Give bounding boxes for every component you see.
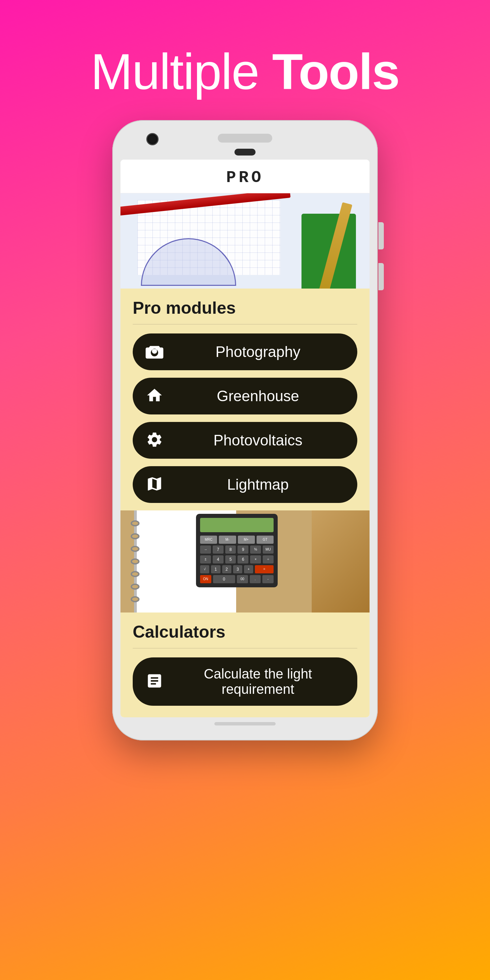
map-icon: [146, 475, 163, 494]
notebook-spiral: [130, 511, 143, 612]
calculators-section: Calculators Calculate the light requirem…: [121, 612, 369, 717]
calculators-section-image: MRC M- M+ GT → 7 8 9 % MU ±: [121, 511, 369, 612]
app-header-title: PRO: [226, 169, 264, 187]
lightmap-label: Lightmap: [172, 476, 344, 493]
phone-top-bar: [121, 128, 369, 146]
greenhouse-label: Greenhouse: [172, 388, 344, 404]
speaker-grille: [218, 134, 272, 143]
photography-button[interactable]: Photography: [133, 334, 357, 370]
side-button-2: [379, 263, 384, 290]
hero-title-regular: Multiple: [91, 43, 272, 100]
front-camera: [146, 133, 159, 145]
calculator-svg: [146, 672, 163, 690]
light-requirement-label: Calculate the light requirement: [172, 666, 344, 697]
calculators-title: Calculators: [133, 622, 357, 642]
phone-outer: PRO Pro modules: [112, 120, 378, 740]
home-button-area: [121, 146, 369, 159]
gear-svg: [146, 431, 163, 449]
home-indicator: [215, 722, 275, 725]
photography-label: Photography: [172, 343, 344, 360]
camera-svg: [146, 342, 163, 360]
app-header: PRO: [121, 159, 369, 193]
calculator-visual: MRC M- M+ GT → 7 8 9 % MU ±: [196, 514, 278, 587]
lightmap-button[interactable]: Lightmap: [133, 466, 357, 503]
hero-title-bold: Tools: [272, 43, 399, 100]
wood-texture: [312, 511, 369, 612]
phone-wrapper: PRO Pro modules: [112, 120, 378, 740]
light-requirement-button[interactable]: Calculate the light requirement: [133, 657, 357, 706]
hero-title: Multiple Tools: [0, 44, 490, 100]
map-svg: [146, 475, 163, 493]
hero-section: Multiple Tools: [0, 0, 490, 120]
calculators-divider: [133, 648, 357, 649]
calc-screen: [200, 518, 274, 532]
phone-screen: PRO Pro modules: [121, 159, 369, 717]
greenhouse-svg: [146, 387, 163, 404]
greenhouse-button[interactable]: Greenhouse: [133, 378, 357, 414]
greenhouse-icon: [146, 387, 163, 406]
pro-section-image: [121, 193, 369, 288]
calculator-icon: [146, 672, 163, 691]
pro-modules-divider: [133, 324, 357, 325]
photovoltaics-label: Photovoltaics: [172, 432, 344, 449]
gear-icon: [146, 431, 163, 450]
camera-icon: [146, 342, 163, 361]
pro-modules-section: Pro modules Photography: [121, 288, 369, 511]
photovoltaics-button[interactable]: Photovoltaics: [133, 422, 357, 459]
front-sensor: [234, 149, 256, 156]
phone-bottom-bar: [121, 717, 369, 732]
side-button-1: [379, 222, 384, 250]
pro-modules-title: Pro modules: [133, 298, 357, 318]
